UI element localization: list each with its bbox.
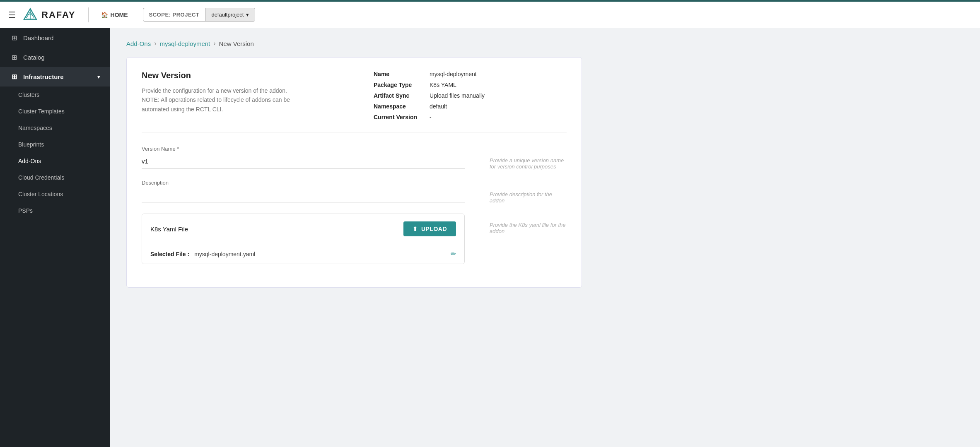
sidebar-item-cluster-templates[interactable]: Cluster Templates <box>0 103 110 120</box>
artifact-sync-value: Upload files manually <box>430 92 567 99</box>
info-table: Name mysql-deployment Package Type K8s Y… <box>374 71 567 120</box>
logo-container: RAFAY <box>22 7 76 23</box>
sidebar-sub-label: Cluster Locations <box>18 191 63 197</box>
new-version-card: New Version Provide the configuration fo… <box>126 57 582 288</box>
sidebar-sub-label: Blueprints <box>18 141 44 148</box>
name-value: mysql-deployment <box>430 71 567 77</box>
upload-button[interactable]: ⬆ UPLOAD <box>403 221 456 236</box>
upload-file-row: Selected File : mysql-deployment.yaml ✏ <box>142 244 464 264</box>
package-type-label: Package Type <box>374 82 417 88</box>
card-title: New Version <box>142 71 349 80</box>
sidebar-sub-label: PSPs <box>18 207 33 214</box>
card-desc-line3: automated using the RCTL CLI. <box>142 106 223 113</box>
scope-project-name: defaultproject <box>211 12 244 18</box>
card-description: Provide the configuration for a new vers… <box>142 86 349 114</box>
sidebar-sub-label: Clusters <box>18 91 39 98</box>
sidebar-item-namespaces[interactable]: Namespaces <box>0 120 110 136</box>
sidebar-item-blueprints[interactable]: Blueprints <box>0 136 110 153</box>
current-version-value: - <box>430 114 567 120</box>
upload-button-label: UPLOAD <box>421 226 447 232</box>
sidebar-item-label: Catalog <box>23 54 45 61</box>
hamburger-icon[interactable]: ☰ <box>8 10 16 20</box>
version-name-row: Version Name * Provide a unique version … <box>142 146 567 170</box>
rafay-logo-icon <box>22 7 38 23</box>
description-hint: Provide description for the addon <box>490 180 567 204</box>
card-header-left: New Version Provide the configuration fo… <box>142 71 349 120</box>
selected-file-label: Selected File : <box>150 251 189 257</box>
description-row: Description Provide description for the … <box>142 180 567 204</box>
scope-label: SCOPE: PROJECT <box>143 8 205 21</box>
sidebar-item-dashboard[interactable]: ⊞ Dashboard <box>0 28 110 48</box>
version-name-label: Version Name * <box>142 146 465 152</box>
card-header-right: Name mysql-deployment Package Type K8s Y… <box>374 71 567 120</box>
main-layout: ⊞ Dashboard ⊞ Catalog ⊞ Infrastructure ▾… <box>0 28 980 447</box>
sidebar-item-add-ons[interactable]: Add-Ons <box>0 153 110 169</box>
content-area: Add-Ons › mysql-deployment › New Version… <box>110 28 980 447</box>
home-label: HOME <box>111 12 128 18</box>
sidebar-item-cloud-credentials[interactable]: Cloud Credentials <box>0 169 110 186</box>
artifact-sync-label: Artifact Sync <box>374 92 417 99</box>
sidebar-sub-label: Add-Ons <box>18 158 41 164</box>
card-desc-line1: Provide the configuration for a new vers… <box>142 87 287 94</box>
sidebar: ⊞ Dashboard ⊞ Catalog ⊞ Infrastructure ▾… <box>0 28 110 447</box>
sidebar-item-label: Infrastructure <box>23 73 64 80</box>
upload-file-left: Selected File : mysql-deployment.yaml <box>150 251 255 257</box>
upload-box-container: K8s Yaml File ⬆ UPLOAD Selected File : <box>142 214 465 264</box>
namespace-value: default <box>430 103 567 110</box>
scope-chevron-icon: ▾ <box>246 12 249 18</box>
logo-text: RAFAY <box>41 10 76 20</box>
upload-row: K8s Yaml File ⬆ UPLOAD Selected File : <box>142 214 567 264</box>
name-label: Name <box>374 71 417 77</box>
upload-hint: Provide the K8s yaml file for the addon <box>490 214 567 234</box>
card-header-section: New Version Provide the configuration fo… <box>142 71 567 132</box>
scope-value[interactable]: defaultproject ▾ <box>205 8 255 21</box>
description-label: Description <box>142 180 465 186</box>
sidebar-sub-label: Cluster Templates <box>18 108 65 115</box>
sidebar-item-infrastructure[interactable]: ⊞ Infrastructure ▾ <box>0 67 110 87</box>
package-type-value: K8s YAML <box>430 82 567 88</box>
sidebar-sub-label: Namespaces <box>18 125 52 131</box>
breadcrumb-addons-link[interactable]: Add-Ons <box>126 40 151 47</box>
upload-title: K8s Yaml File <box>150 226 188 233</box>
sidebar-item-catalog[interactable]: ⊞ Catalog <box>0 48 110 67</box>
infrastructure-icon: ⊞ <box>10 73 18 81</box>
current-version-label: Current Version <box>374 114 417 120</box>
sidebar-item-label: Dashboard <box>23 34 53 41</box>
home-icon: 🏠 <box>101 12 108 18</box>
scope-selector[interactable]: SCOPE: PROJECT defaultproject ▾ <box>143 8 256 22</box>
breadcrumb-current: New Version <box>219 40 254 47</box>
version-name-field-container: Version Name * <box>142 146 465 168</box>
edit-file-icon[interactable]: ✏ <box>451 250 456 258</box>
topbar-left: ☰ RAFAY <box>8 7 76 23</box>
dashboard-icon: ⊞ <box>10 34 18 42</box>
breadcrumb-deployment-link[interactable]: mysql-deployment <box>160 40 210 47</box>
card-desc-line2: NOTE: All operations related to lifecycl… <box>142 96 290 103</box>
sidebar-item-psps[interactable]: PSPs <box>0 202 110 219</box>
catalog-icon: ⊞ <box>10 53 18 61</box>
selected-file-name: mysql-deployment.yaml <box>194 251 255 257</box>
chevron-down-icon: ▾ <box>97 74 100 80</box>
upload-section: K8s Yaml File ⬆ UPLOAD Selected File : <box>142 214 567 264</box>
upload-box: K8s Yaml File ⬆ UPLOAD Selected File : <box>142 214 465 264</box>
namespace-label: Namespace <box>374 103 417 110</box>
breadcrumb-sep1: › <box>154 40 156 47</box>
topbar-divider <box>88 7 89 22</box>
sidebar-item-clusters[interactable]: Clusters <box>0 87 110 103</box>
upload-icon: ⬆ <box>413 226 418 232</box>
breadcrumb: Add-Ons › mysql-deployment › New Version <box>126 40 963 47</box>
description-field-container: Description <box>142 180 465 202</box>
sidebar-sub-label: Cloud Credentials <box>18 174 64 181</box>
description-input[interactable] <box>142 188 465 202</box>
sidebar-item-cluster-locations[interactable]: Cluster Locations <box>0 186 110 202</box>
breadcrumb-sep2: › <box>213 40 215 47</box>
version-name-input[interactable] <box>142 154 465 168</box>
topbar: ☰ RAFAY 🏠 HOME SCOPE: PROJECT defaultpro… <box>0 2 980 28</box>
upload-header: K8s Yaml File ⬆ UPLOAD <box>142 214 464 244</box>
home-nav-link[interactable]: 🏠 HOME <box>101 12 128 18</box>
version-name-hint: Provide a unique version name for versio… <box>490 146 567 170</box>
